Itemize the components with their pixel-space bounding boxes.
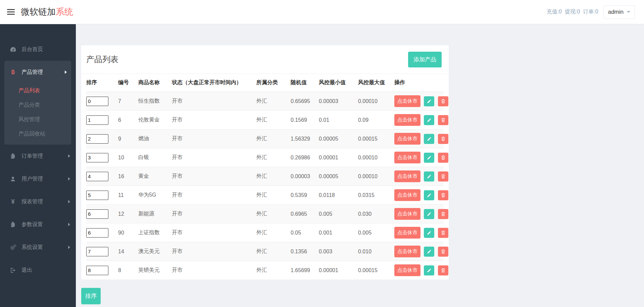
table-row: 90 上证指数 开市 外汇 0.05 0.001 0.005 点击休市	[86, 223, 444, 242]
add-product-button[interactable]: 添加产品	[408, 52, 442, 67]
brand-logo[interactable]: 微软链加系统	[21, 6, 73, 18]
cell-name: 澳元美元	[138, 242, 172, 261]
chevron-right-icon	[68, 246, 70, 249]
cell-sort	[86, 167, 118, 186]
sidebar-item-product-management[interactable]: 产品管理	[4, 61, 71, 84]
sort-input[interactable]	[86, 247, 108, 256]
cell-category: 外汇	[256, 167, 291, 186]
sidebar-subitem-product-category[interactable]: 产品分类	[4, 98, 71, 112]
cell-name: 新能源	[138, 205, 172, 223]
menu-toggle-icon[interactable]	[7, 9, 15, 15]
cell-sort	[86, 148, 118, 167]
cell-category: 外汇	[256, 205, 291, 223]
sort-input[interactable]	[86, 134, 108, 144]
cell-category: 外汇	[256, 242, 291, 261]
delete-button[interactable]	[438, 134, 448, 144]
delete-button[interactable]	[438, 115, 448, 125]
edit-button[interactable]	[424, 96, 434, 106]
close-market-button[interactable]: 点击休市	[394, 208, 420, 220]
col-header-risk-min: 风控最小值	[319, 74, 358, 92]
cell-actions: 点击休市	[394, 186, 444, 205]
files-icon	[9, 153, 17, 159]
cell-name: 白银	[138, 148, 172, 167]
cell-id: 11	[118, 186, 138, 205]
delete-button[interactable]	[438, 96, 448, 106]
sidebar-item-dashboard[interactable]: 后台首页	[0, 38, 76, 61]
cell-risk-min: 0.00005	[319, 167, 358, 186]
cell-sort	[86, 223, 118, 242]
sidebar-item-logout[interactable]: 退出	[0, 259, 76, 282]
sort-button[interactable]: 排序	[81, 288, 101, 304]
cell-category: 外汇	[256, 186, 291, 205]
sort-input[interactable]	[86, 115, 108, 125]
cell-status: 开市	[172, 130, 256, 148]
edit-button[interactable]	[424, 134, 434, 144]
user-dropdown[interactable]: admin	[603, 5, 635, 19]
sidebar-submenu: 产品列表 产品分类 风控管理 产品回收站	[4, 84, 71, 145]
user-name: admin	[608, 9, 624, 15]
close-market-button[interactable]: 点击休市	[394, 133, 420, 145]
close-market-button[interactable]: 点击休市	[394, 114, 420, 126]
cell-risk-max: 0.005	[358, 223, 394, 242]
chevron-right-icon	[68, 177, 70, 181]
sidebar-subitem-risk-management[interactable]: 风控管理	[4, 112, 71, 127]
edit-button[interactable]	[424, 265, 434, 275]
cell-risk-min: 0.00001	[319, 261, 358, 280]
delete-button[interactable]	[438, 247, 448, 257]
close-market-button[interactable]: 点击休市	[394, 264, 420, 276]
cell-category: 外汇	[256, 111, 291, 130]
gears-icon	[9, 244, 17, 251]
table-row: 7 恒生指数 开市 外汇 0.65695 0.00003 0.00010 点击休…	[86, 92, 444, 111]
cell-risk-min: 0.00003	[319, 92, 358, 111]
edit-button[interactable]	[424, 190, 434, 200]
sort-input[interactable]	[86, 153, 108, 162]
close-market-button[interactable]: 点击休市	[394, 227, 420, 239]
cell-sort	[86, 205, 118, 223]
sidebar-subitem-product-recycle[interactable]: 产品回收站	[4, 127, 71, 141]
edit-button[interactable]	[424, 171, 434, 182]
sidebar-item-report-management[interactable]: ¥ 报表管理	[0, 190, 76, 213]
close-market-button[interactable]: 点击休市	[394, 189, 420, 201]
cell-id: 9	[118, 130, 138, 148]
table-row: 11 华为5G 开市 外汇 0.5359 0.0118 0.0315 点击休市	[86, 186, 444, 205]
cell-random: 0.6965	[291, 205, 319, 223]
page-title: 产品列表	[86, 54, 118, 65]
trash-icon	[441, 155, 446, 160]
cell-status: 开市	[172, 148, 256, 167]
edit-button[interactable]	[424, 247, 434, 257]
close-market-button[interactable]: 点击休市	[394, 95, 420, 107]
delete-button[interactable]	[438, 209, 448, 219]
cell-random: 0.65695	[291, 92, 319, 111]
user-icon	[9, 176, 17, 182]
sort-input[interactable]	[86, 172, 108, 181]
close-market-button[interactable]: 点击休市	[394, 170, 420, 182]
sort-input[interactable]	[86, 191, 108, 200]
delete-button[interactable]	[438, 190, 448, 200]
cell-name: 燃油	[138, 130, 172, 148]
delete-button[interactable]	[438, 228, 448, 238]
cell-category: 外汇	[256, 130, 291, 148]
sidebar-item-system-settings[interactable]: 系统设置	[0, 236, 76, 259]
sidebar-subitem-product-list[interactable]: 产品列表	[4, 84, 71, 98]
cell-sort	[86, 186, 118, 205]
sort-input[interactable]	[86, 97, 108, 106]
sort-input[interactable]	[86, 228, 108, 238]
pencil-icon	[427, 118, 432, 122]
sidebar-item-order-management[interactable]: 订单管理	[0, 145, 76, 167]
edit-button[interactable]	[424, 115, 434, 125]
sidebar-item-parameter-settings[interactable]: 参数设置	[0, 213, 76, 236]
close-market-button[interactable]: 点击休市	[394, 246, 420, 257]
col-header-id: 编号	[118, 74, 138, 92]
delete-button[interactable]	[438, 265, 448, 275]
close-market-button[interactable]: 点击休市	[394, 152, 420, 163]
edit-button[interactable]	[424, 209, 434, 219]
edit-button[interactable]	[424, 153, 434, 163]
sort-input[interactable]	[86, 209, 108, 219]
sidebar-item-user-management[interactable]: 用户管理	[0, 167, 76, 190]
cell-random: 0.1356	[291, 242, 319, 261]
trash-icon	[441, 117, 446, 122]
delete-button[interactable]	[438, 171, 448, 182]
sort-input[interactable]	[86, 266, 108, 275]
delete-button[interactable]	[438, 153, 448, 163]
edit-button[interactable]	[424, 228, 434, 238]
